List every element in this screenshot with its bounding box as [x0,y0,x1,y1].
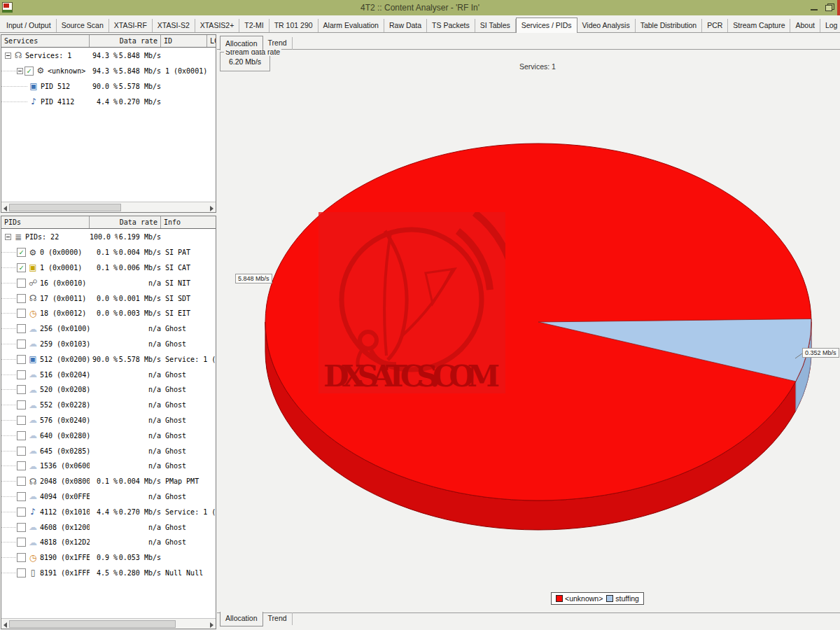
tab-log[interactable]: Log [820,19,840,32]
tab-table-distribution[interactable]: Table Distribution [636,19,703,32]
pid-row[interactable]: ◷8190 (0x1FFE)0.9 %0.053 Mb/s [1,550,216,566]
pid-row[interactable]: ☁645 (0x0285)n/aGhost [1,443,216,458]
pid-row[interactable]: ◷18 (0x0012)0.0 %0.003 Mb/sSI EIT [1,306,216,321]
pid-row[interactable]: ☁552 (0x0228)n/aGhost [1,398,216,413]
checkbox-checked[interactable]: ✓ [24,66,34,76]
checkbox-checked[interactable]: ✓ [17,248,26,257]
checkbox-unchecked[interactable] [17,447,26,456]
tab-ts-packets[interactable]: TS Packets [427,19,475,32]
tab-xtasis2[interactable]: XTASIS2+ [195,19,240,32]
tab-t2-mi[interactable]: T2-MI [239,19,269,32]
tree-indent [1,71,16,71]
service-row[interactable]: ▣PID 51290.0 %5.578 Mb/s [1,78,216,94]
pid-row[interactable]: ☊17 (0x0011)0.0 %0.001 Mb/sSI SDT [1,290,216,306]
checkbox-unchecked[interactable] [17,416,26,425]
checkbox-unchecked[interactable] [17,461,26,470]
pid-row[interactable]: ♪4112 (0x1010)4.4 %0.270 Mb/sService: 1 … [1,504,216,519]
ghost-icon: ☁ [27,430,38,440]
column-header-id[interactable]: ID [161,35,207,47]
scroll-right-arrow[interactable] [208,619,216,629]
checkbox-unchecked[interactable] [17,477,26,486]
collapse-toggle-icon[interactable] [5,52,11,59]
subtab-allocation[interactable]: Allocation [220,612,263,626]
divider [217,612,840,613]
column-header-data-rate[interactable]: Data rate [90,216,161,228]
tab-xtasi-rf[interactable]: XTASI-RF [109,19,153,32]
subtab-trend[interactable]: Trend [263,612,293,625]
checkbox-unchecked[interactable] [17,279,26,288]
tab-video-analysis[interactable]: Video Analysis [578,19,636,32]
collapse-toggle-icon[interactable] [17,68,23,74]
scroll-left-arrow[interactable] [1,619,9,629]
minimize-button[interactable] [808,2,820,13]
pid-row[interactable]: ▣512 (0x0200)90.0 %5.578 Mb/sService: 1 … [1,351,216,367]
tab-xtasi-s2[interactable]: XTASI-S2 [153,19,195,32]
scroll-thumb[interactable] [9,620,176,628]
checkbox-unchecked[interactable] [17,294,26,303]
pid-row[interactable]: ☁576 (0x0240)n/aGhost [1,413,216,428]
pid-row[interactable]: ▯8191 (0x1FFF)4.5 %0.280 Mb/sNull Null [1,566,216,581]
service-row[interactable]: ✓⚙<unknown>94.3 %5.848 Mb/s1 (0x0001) [1,63,216,78]
pid-row[interactable]: ☁4608 (0x1200)n/aGhost [1,519,216,535]
pid-row[interactable]: ☁4094 (0x0FFE)n/aGhost [1,489,216,505]
collapse-toggle-icon[interactable] [5,234,11,240]
pid-row[interactable]: ☍16 (0x0010)n/aSI NIT [1,275,216,290]
checkbox-unchecked[interactable] [17,507,26,517]
service-row[interactable]: ♪PID 41124.4 %0.270 Mb/s [1,94,216,109]
tab-pcr[interactable]: PCR [702,19,728,32]
pid-row[interactable]: ☊2048 (0x0800)0.1 %0.004 Mb/sPMap PMT [1,474,216,489]
checkbox-unchecked[interactable] [17,400,26,410]
checkbox-unchecked[interactable] [17,355,26,364]
checkbox-unchecked[interactable] [17,523,26,532]
checkbox-unchecked[interactable] [17,492,26,501]
pid-row[interactable]: ☁1536 (0x0600)n/aGhost [1,458,216,474]
tab-alarm-evaluation[interactable]: Alarm Evaluation [318,19,384,32]
scroll-left-arrow[interactable] [1,202,9,212]
node-label: 576 (0x0240) [40,416,90,424]
close-button[interactable] [837,0,840,15]
checkbox-unchecked[interactable] [17,385,26,394]
tab-si-tables[interactable]: SI Tables [475,19,516,32]
column-header-services[interactable]: Services [1,35,90,47]
restore-button[interactable] [823,2,834,13]
service-row[interactable]: ☊Services: 194.3 %5.848 Mb/s [1,48,216,63]
pids-hscrollbar[interactable] [1,618,216,629]
services-hscrollbar[interactable] [1,202,216,212]
column-header-pids[interactable]: PIDs [1,216,90,228]
tab-input-output[interactable]: Input / Output [1,19,57,32]
checkbox-unchecked[interactable] [17,538,26,547]
pid-row[interactable]: ✓▣1 (0x0001)0.1 %0.006 Mb/sSI CAT [1,260,216,276]
checkbox-unchecked[interactable] [17,324,26,333]
subtab-trend[interactable]: Trend [263,37,293,50]
pid-row[interactable]: ☁640 (0x0280)n/aGhost [1,428,216,443]
tab-source-scan[interactable]: Source Scan [57,19,109,32]
checkbox-unchecked[interactable] [17,568,26,578]
checkbox-unchecked[interactable] [17,309,26,318]
checkbox-unchecked[interactable] [17,340,26,349]
checkbox-unchecked[interactable] [17,370,26,379]
tab-raw-data[interactable]: Raw Data [384,19,427,32]
satellite-icon: ☍ [27,278,38,288]
pid-row[interactable]: ≣PIDs: 22100.0 %6.199 Mb/s [1,230,216,245]
tab-stream-capture[interactable]: Stream Capture [728,19,790,32]
pid-row[interactable]: ☁4818 (0x12D2)n/aGhost [1,535,216,550]
pid-row[interactable]: ☁516 (0x0204)n/aGhost [1,367,216,382]
column-header-lc[interactable]: LC [207,35,216,47]
scroll-thumb[interactable] [9,204,121,211]
tab-tr-101-290[interactable]: TR 101 290 [270,19,318,32]
tab-about[interactable]: About [790,19,820,32]
checkbox-unchecked[interactable] [17,431,26,440]
scroll-right-arrow[interactable] [208,202,216,212]
subtab-allocation[interactable]: Allocation [220,36,263,50]
pid-row[interactable]: ✓⚙0 (0x0000)0.1 %0.004 Mb/sSI PAT [1,245,216,260]
tab-services-pids[interactable]: Services / PIDs [516,18,578,33]
pid-row[interactable]: ☁259 (0x0103)n/aGhost [1,337,216,352]
column-header-data-rate[interactable]: Data rate [90,35,161,47]
pid-row[interactable]: ☁520 (0x0208)n/aGhost [1,382,216,398]
checkbox-unchecked[interactable] [17,553,26,562]
column-header-info[interactable]: Info [161,216,216,228]
pid-row[interactable]: ☁256 (0x0100)n/aGhost [1,321,216,337]
checkbox-checked[interactable]: ✓ [17,263,26,272]
data-rate-value: n/a [118,371,161,379]
data-rate-percent: 4.5 % [90,569,118,577]
